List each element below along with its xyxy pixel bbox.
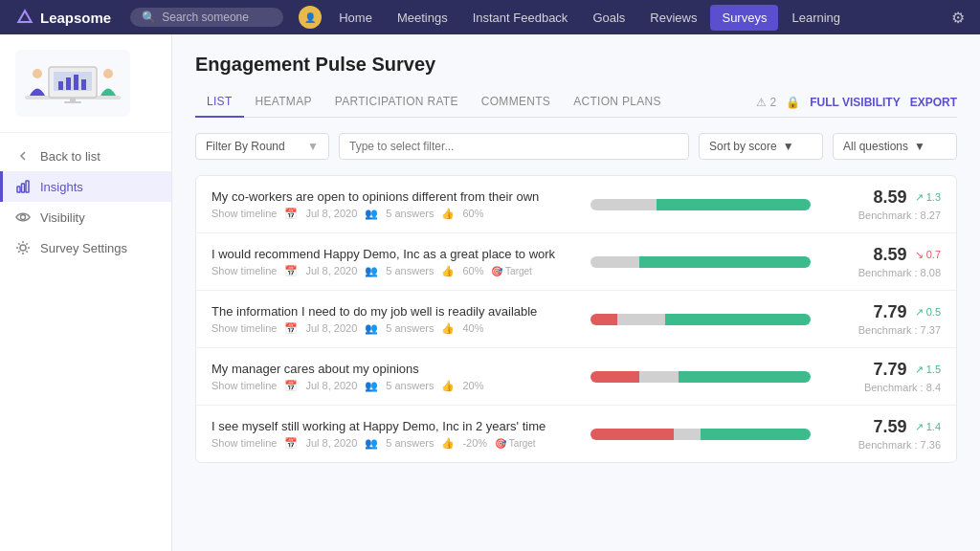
score-benchmark: Benchmark : 7.37: [826, 324, 941, 336]
question-text: My manager cares about my opinions: [212, 362, 575, 376]
main-layout: Back to list Insights Visibility: [0, 34, 980, 551]
bar-gray: [617, 314, 666, 325]
score-benchmark: Benchmark : 8.4: [826, 382, 941, 393]
question-meta: Show timeline 📅 Jul 8, 2020 👥 5 answers …: [212, 437, 575, 450]
question-meta: Show timeline 📅 Jul 8, 2020 👥 5 answers …: [212, 322, 575, 335]
bar-green: [665, 314, 811, 325]
nav-learning[interactable]: Learning: [780, 5, 852, 31]
nav-reviews[interactable]: Reviews: [638, 5, 708, 31]
svg-point-17: [20, 245, 26, 251]
question-score: 8.59 ↘ 0.7 Benchmark : 8.08: [826, 245, 941, 278]
question-list: My co-workers are open to opinions diffe…: [195, 175, 957, 463]
table-row: The information I need to do my job well…: [196, 291, 956, 348]
answers-count: 5 answers: [386, 265, 434, 276]
bar-green: [657, 199, 811, 210]
full-visibility-button[interactable]: FULL VISIBILITY: [810, 96, 900, 109]
svg-rect-14: [22, 184, 25, 192]
sort-dropdown[interactable]: Sort by score ▼: [699, 133, 823, 160]
top-navigation: Leapsome 🔍 👤 Home Meetings Instant Feedb…: [0, 0, 980, 34]
search-input[interactable]: [162, 11, 267, 24]
svg-rect-6: [66, 77, 71, 90]
search-box[interactable]: 🔍: [130, 8, 283, 27]
question-info: My co-workers are open to opinions diffe…: [212, 189, 575, 220]
question-meta: Show timeline 📅 Jul 8, 2020 👥 5 answers …: [212, 380, 575, 392]
sidebar-item-insights[interactable]: Insights: [0, 171, 171, 202]
table-row: My manager cares about my opinions Show …: [196, 348, 956, 406]
sort-label: Sort by score: [709, 140, 777, 153]
tab-list[interactable]: List: [195, 87, 244, 118]
nav-home[interactable]: Home: [327, 5, 384, 31]
score-value: 7.79: [874, 302, 907, 322]
sidebar-item-visibility[interactable]: Visibility: [0, 202, 171, 232]
show-timeline-button[interactable]: Show timeline: [212, 265, 277, 276]
tab-actions: ⚠ 2 🔒 FULL VISIBILITY EXPORT: [756, 96, 957, 109]
question-date: Jul 8, 2020: [305, 322, 357, 334]
svg-point-16: [21, 215, 26, 220]
app-logo[interactable]: Leapsome: [15, 8, 111, 27]
calendar-icon: 📅: [284, 437, 298, 450]
lock-icon: 🔒: [786, 96, 800, 109]
question-meta: Show timeline 📅 Jul 8, 2020 👥 5 answers …: [212, 265, 575, 277]
percent: -20%: [462, 437, 487, 449]
nav-goals[interactable]: Goals: [581, 5, 636, 31]
tab-action-plans[interactable]: Action Plans: [562, 87, 673, 118]
score-benchmark: Benchmark : 7.36: [826, 439, 941, 451]
tab-comments[interactable]: Comments: [470, 87, 562, 118]
question-bar: [590, 310, 811, 329]
export-button[interactable]: EXPORT: [910, 96, 957, 109]
question-bar: [590, 253, 811, 272]
alert-badge: ⚠ 2: [756, 96, 777, 109]
nav-surveys[interactable]: Surveys: [710, 5, 778, 31]
svg-rect-5: [58, 81, 63, 90]
question-info: I would recommend Happy Demo, Inc as a g…: [212, 247, 575, 277]
question-date: Jul 8, 2020: [305, 265, 357, 276]
table-row: I would recommend Happy Demo, Inc as a g…: [196, 233, 956, 291]
question-bar: [590, 367, 811, 386]
tab-heatmap[interactable]: Heatmap: [244, 87, 323, 118]
sidebar-illustration: [0, 34, 171, 133]
bar-gray: [590, 256, 639, 268]
nav-instant-feedback[interactable]: Instant Feedback: [461, 5, 580, 31]
question-text: The information I need to do my job well…: [212, 304, 575, 319]
target-icon: 🎯 Target: [491, 266, 531, 276]
questions-dropdown[interactable]: All questions ▼: [833, 133, 957, 160]
show-timeline-button[interactable]: Show timeline: [212, 437, 277, 449]
answers-count: 5 answers: [386, 322, 434, 334]
show-timeline-button[interactable]: Show timeline: [212, 380, 277, 391]
question-bar: [590, 425, 811, 444]
users-icon: 👥: [365, 322, 378, 335]
answers-count: 5 answers: [386, 380, 434, 391]
calendar-icon: 📅: [284, 322, 298, 335]
round-filter-dropdown[interactable]: Filter By Round ▼: [195, 133, 329, 160]
survey-settings-label: Survey Settings: [40, 241, 127, 255]
table-row: My co-workers are open to opinions diffe…: [196, 176, 956, 233]
main-content: Engagement Pulse Survey List Heatmap Par…: [172, 34, 980, 551]
thumb-icon: 👍: [441, 208, 455, 220]
svg-point-11: [33, 69, 42, 78]
user-avatar[interactable]: 👤: [299, 6, 322, 29]
show-timeline-button[interactable]: Show timeline: [212, 322, 277, 334]
sidebar-item-survey-settings[interactable]: Survey Settings: [0, 232, 171, 263]
nav-meetings[interactable]: Meetings: [386, 5, 459, 31]
calendar-icon: 📅: [284, 380, 298, 392]
bar-gray: [674, 429, 701, 440]
sidebar: Back to list Insights Visibility: [0, 34, 172, 551]
thumb-icon: 👍: [441, 380, 455, 392]
score-change: ↗ 1.5: [915, 364, 941, 376]
thumb-icon: 👍: [441, 437, 455, 450]
sidebar-item-back[interactable]: Back to list: [0, 141, 171, 171]
answers-count: 5 answers: [386, 208, 434, 219]
bar-red: [590, 371, 639, 383]
question-score: 7.79 ↗ 0.5 Benchmark : 7.37: [826, 302, 941, 336]
score-change: ↗ 1.3: [915, 191, 941, 204]
tab-participation-rate[interactable]: Participation Rate: [323, 87, 470, 118]
alert-icon: ⚠: [756, 96, 767, 109]
question-score: 7.79 ↗ 1.5 Benchmark : 8.4: [826, 360, 941, 393]
show-timeline-button[interactable]: Show timeline: [212, 208, 277, 219]
filter-input[interactable]: [339, 133, 689, 160]
question-score: 8.59 ↗ 1.3 Benchmark : 8.27: [826, 187, 941, 221]
nav-right: ⚙: [951, 9, 965, 27]
answers-count: 5 answers: [386, 437, 434, 449]
settings-icon[interactable]: ⚙: [951, 9, 965, 27]
svg-point-12: [103, 69, 113, 78]
